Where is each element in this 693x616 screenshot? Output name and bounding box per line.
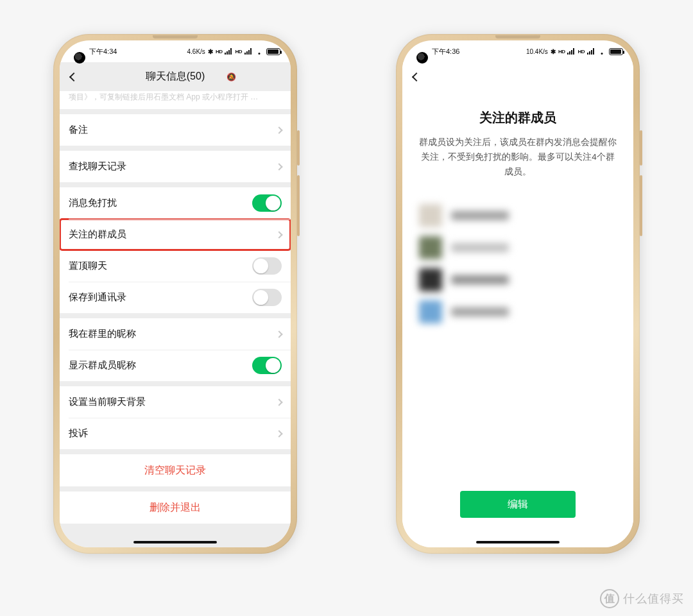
row-label: 设置当前聊天背景 bbox=[69, 396, 146, 408]
row-save-contacts[interactable]: 保存到通讯录 bbox=[60, 282, 291, 313]
battery-icon bbox=[609, 48, 623, 55]
phone-left: 下午4:34 4.6K/s ✱ HD HD 聊天信息(50) 🔕 项目》，可复制… bbox=[53, 34, 297, 554]
clear-history-button[interactable]: 清空聊天记录 bbox=[60, 454, 291, 486]
list-item[interactable] bbox=[419, 204, 617, 227]
hw-button bbox=[297, 130, 300, 166]
chevron-right-icon bbox=[275, 330, 282, 338]
row-label: 显示群成员昵称 bbox=[69, 359, 136, 372]
list-item[interactable] bbox=[419, 236, 617, 259]
toggle-pin[interactable] bbox=[252, 257, 282, 275]
signal-icon bbox=[587, 48, 595, 55]
hw-button bbox=[640, 175, 642, 236]
prev-content-peek: 项目》，可复制链接后用石墨文档 App 或小程序打开 … bbox=[60, 91, 291, 109]
avatar bbox=[419, 268, 442, 291]
toggle-show-nicknames[interactable] bbox=[252, 357, 282, 374]
speaker-grille bbox=[495, 35, 540, 38]
watermark: 值 什么值得买 bbox=[600, 589, 684, 608]
row-report[interactable]: 投诉 bbox=[60, 418, 291, 449]
hw-button bbox=[297, 175, 300, 236]
signal-icon bbox=[567, 48, 575, 55]
home-indicator[interactable] bbox=[133, 541, 217, 543]
page-title: 聊天信息(50) bbox=[146, 70, 205, 83]
member-name bbox=[451, 211, 509, 220]
danger-label: 清空聊天记录 bbox=[144, 464, 206, 477]
chevron-right-icon bbox=[275, 231, 282, 238]
nav-bar bbox=[402, 62, 633, 91]
row-label: 查找聊天记录 bbox=[69, 160, 126, 173]
back-button[interactable] bbox=[66, 69, 81, 85]
list-item[interactable] bbox=[419, 268, 617, 291]
watermark-badge: 值 bbox=[600, 589, 619, 608]
avatar bbox=[419, 236, 442, 259]
chevron-right-icon bbox=[275, 430, 282, 437]
front-camera bbox=[74, 52, 85, 64]
row-search-history[interactable]: 查找聊天记录 bbox=[60, 151, 291, 182]
toggle-mute[interactable] bbox=[252, 194, 282, 212]
battery-icon bbox=[266, 48, 280, 55]
row-chat-background[interactable]: 设置当前聊天背景 bbox=[60, 386, 291, 418]
page-title: 关注的群成员 bbox=[419, 109, 617, 126]
signal-icon bbox=[244, 48, 252, 55]
watermark-text: 什么值得买 bbox=[623, 591, 684, 606]
mute-icon: 🔕 bbox=[227, 73, 236, 81]
row-remark[interactable]: 备注 bbox=[60, 114, 291, 146]
row-label: 备注 bbox=[69, 124, 88, 136]
avatar bbox=[419, 204, 442, 227]
row-pin-chat[interactable]: 置顶聊天 bbox=[60, 250, 291, 282]
row-followed-members[interactable]: 关注的群成员 bbox=[60, 219, 291, 250]
hw-button bbox=[640, 130, 642, 166]
status-time: 下午4:36 bbox=[432, 47, 459, 56]
list-item[interactable] bbox=[419, 300, 617, 323]
row-label: 我在群里的昵称 bbox=[69, 328, 136, 340]
member-name bbox=[451, 307, 509, 316]
back-button[interactable] bbox=[409, 69, 424, 85]
chevron-left-icon bbox=[69, 72, 78, 81]
page-description: 群成员设为关注后，该成员在群内发消息会提醒你关注，不受到免打扰的影响。最多可以关… bbox=[419, 135, 617, 180]
front-camera bbox=[416, 52, 428, 64]
row-mute-notifications[interactable]: 消息免打扰 bbox=[60, 187, 291, 219]
row-show-nicknames[interactable]: 显示群成员昵称 bbox=[60, 350, 291, 381]
status-time: 下午4:34 bbox=[89, 47, 117, 56]
row-label: 保存到通讯录 bbox=[69, 291, 126, 304]
wifi-icon bbox=[597, 48, 606, 55]
danger-label: 删除并退出 bbox=[150, 501, 201, 515]
button-label: 编辑 bbox=[508, 498, 528, 511]
phone-right: 下午4:36 10.4K/s ✱ HD HD 关注的群成员 群成员设为关注后，该… bbox=[396, 34, 640, 554]
status-bar: 下午4:34 4.6K/s ✱ HD HD bbox=[60, 40, 291, 62]
avatar bbox=[419, 300, 442, 323]
row-label: 消息免打扰 bbox=[69, 197, 117, 209]
chevron-right-icon bbox=[275, 126, 282, 133]
nav-bar: 聊天信息(50) 🔕 bbox=[60, 62, 291, 91]
edit-button[interactable]: 编辑 bbox=[460, 491, 576, 518]
status-net-speed: 4.6K/s bbox=[187, 48, 205, 55]
member-name bbox=[451, 275, 509, 284]
row-label: 置顶聊天 bbox=[69, 260, 107, 272]
member-name bbox=[451, 243, 509, 252]
row-label: 关注的群成员 bbox=[69, 228, 126, 241]
status-bar: 下午4:36 10.4K/s ✱ HD HD bbox=[402, 40, 633, 62]
delete-and-leave-button[interactable]: 删除并退出 bbox=[60, 492, 291, 524]
chevron-left-icon bbox=[412, 72, 421, 81]
followed-members-list bbox=[419, 204, 617, 323]
wifi-icon bbox=[255, 48, 264, 55]
status-net-speed: 10.4K/s bbox=[526, 48, 548, 55]
speaker-grille bbox=[153, 35, 198, 38]
chevron-right-icon bbox=[275, 163, 282, 170]
signal-icon bbox=[225, 48, 232, 55]
home-indicator[interactable] bbox=[476, 541, 560, 543]
row-label: 投诉 bbox=[69, 427, 88, 440]
chevron-right-icon bbox=[275, 398, 282, 406]
toggle-save-contacts[interactable] bbox=[252, 289, 282, 306]
row-my-alias[interactable]: 我在群里的昵称 bbox=[60, 318, 291, 350]
